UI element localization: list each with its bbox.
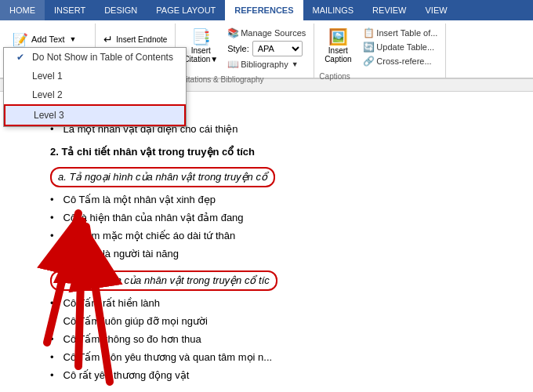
captions-group-label: Captions xyxy=(319,72,350,81)
citations-group: 📑 InsertCitation▼ 📚 Manage Sources Style… xyxy=(176,24,314,78)
dropdown-level3[interactable]: Level 3 xyxy=(4,104,186,126)
insert-caption-button[interactable]: 🖼️ InsertCaption xyxy=(319,25,357,66)
bullet-icon: • xyxy=(50,246,54,263)
ribbon: HOME INSERT DESIGN PAGE LAYOUT REFERENCE… xyxy=(0,0,533,79)
update-table-icon: 🔄 xyxy=(363,42,375,53)
bullet-text-6: Cô Tấm luôn giúp đỡ mọi người xyxy=(63,314,208,330)
check-icon: ✔ xyxy=(16,52,27,63)
insert-endnote-label: Insert Endnote xyxy=(116,35,167,44)
bullet-text-9: Cô rất yêu thương động vật xyxy=(63,368,190,384)
insert-endnote-icon: ↵ xyxy=(103,33,113,45)
add-text-label: Add Text xyxy=(31,34,65,44)
manage-sources-icon: 📚 xyxy=(227,27,239,38)
list-item: • Cô Tấm không so đo hơn thua xyxy=(50,332,483,348)
tab-view[interactable]: VIEW xyxy=(416,0,457,20)
tab-page-layout[interactable]: PAGE LAYOUT xyxy=(147,0,225,20)
insert-table-icon: 📋 xyxy=(363,27,375,38)
cross-ref-icon: 🔗 xyxy=(363,56,375,67)
bullet-text-7: Cô Tấm không so đo hơn thua xyxy=(63,332,201,348)
list-item: • Cô rất yêu thương động vật xyxy=(50,368,483,384)
level2-label: Level 2 xyxy=(32,89,63,100)
bullet-icon: • xyxy=(50,368,54,384)
ribbon-content: 📝 Add Text ▼ ≡ Table of Contents▼ Table … xyxy=(0,20,533,78)
style-dropdown[interactable]: APA MLA Chicago xyxy=(252,41,303,56)
document-area: • La một nhân vật đại diện cho cái thiện… xyxy=(0,92,533,392)
dropdown-level2[interactable]: Level 2 xyxy=(4,85,186,104)
bullet-text-2: Cô là hiện thân của nhân vật đảm đang xyxy=(63,210,244,227)
add-text-dropdown: ✔ Do Not Show in Table of Contents Level… xyxy=(3,47,187,127)
cross-reference-button[interactable]: 🔗 Cross-refere... xyxy=(360,55,441,67)
captions-group: 🖼️ InsertCaption 📋 Insert Table of... 🔄 … xyxy=(314,24,446,78)
bullet-icon: • xyxy=(50,192,54,209)
update-table-button[interactable]: 🔄 Update Table... xyxy=(360,41,441,53)
tab-references[interactable]: REFERENCES xyxy=(225,0,303,20)
bullet-icon: • xyxy=(50,332,54,348)
tab-insert[interactable]: INSERT xyxy=(45,0,95,20)
bullet-icon: • xyxy=(50,314,54,330)
list-item: • Cô Tấm là người tài năng xyxy=(50,246,483,263)
insert-caption-label: InsertCaption xyxy=(325,46,351,64)
insert-citation-icon: 📑 xyxy=(191,27,211,46)
level1-label: Level 1 xyxy=(32,71,63,82)
insert-citation-label: InsertCitation▼ xyxy=(183,46,218,64)
dropdown-level1[interactable]: Level 1 xyxy=(4,67,186,85)
bibliography-label: Bibliography xyxy=(241,60,288,69)
citations-group-label: Citations & Bibliography xyxy=(180,75,263,84)
heading3b: b. Tả tính tình của nhân vật trong truyệ… xyxy=(50,270,277,292)
bibliography-icon: 📖 xyxy=(227,59,239,70)
bullet-icon: • xyxy=(50,210,54,227)
insert-table-button[interactable]: 📋 Insert Table of... xyxy=(360,27,441,39)
heading3b-container: b. Tả tính tình của nhân vật trong truyệ… xyxy=(50,267,483,295)
bullet-text-8: Cô Tấm luôn yêu thương và quan tâm mọi n… xyxy=(63,350,273,366)
insert-table-label: Insert Table of... xyxy=(376,28,437,38)
insert-caption-icon: 🖼️ xyxy=(328,27,348,46)
bullet-icon: • xyxy=(50,350,54,366)
tab-home[interactable]: HOME xyxy=(0,0,45,20)
doc-content: • La một nhân vật đại diện cho cái thiện… xyxy=(31,107,502,392)
bullet-text-1: Cô Tấm là một nhân vật xinh đẹp xyxy=(63,192,216,209)
do-not-show-label: Do Not Show in Table of Contents xyxy=(32,52,173,63)
bullet-text-3: Cô Tấm mặc một chiếc áo dài tứ thân xyxy=(63,228,236,245)
insert-citation-button[interactable]: 📑 InsertCitation▼ xyxy=(180,25,221,66)
tab-bar: HOME INSERT DESIGN PAGE LAYOUT REFERENCE… xyxy=(0,0,533,20)
list-item: • Cô Tấm luôn giúp đỡ mọi người xyxy=(50,314,483,330)
manage-sources-label: Manage Sources xyxy=(241,28,306,38)
heading3a-container: a. Tả ngoại hình của nhân vật trong truy… xyxy=(50,164,483,191)
manage-sources-button[interactable]: 📚 Manage Sources xyxy=(224,27,309,39)
list-item: • Cô là hiện thân của nhân vật đảm đang xyxy=(50,210,483,227)
add-text-icon: 📝 xyxy=(13,32,28,47)
list-item: • Cô Tấm luôn yêu thương và quan tâm mọi… xyxy=(50,350,483,366)
heading3a: a. Tả ngoại hình của nhân vật trong truy… xyxy=(50,167,275,188)
tab-design[interactable]: DESIGN xyxy=(95,0,147,20)
cross-ref-label: Cross-refere... xyxy=(376,56,431,66)
bullet-text-4: Cô Tấm là người tài năng xyxy=(63,246,179,263)
add-text-caret[interactable]: ▼ xyxy=(70,35,77,43)
tab-mailings[interactable]: MAILINGS xyxy=(303,0,364,20)
tab-review[interactable]: REVIEW xyxy=(363,0,415,20)
bibliography-button[interactable]: 📖 Bibliography ▼ xyxy=(224,58,309,71)
list-item: • Cô Tấm là một nhân vật xinh đẹp xyxy=(50,192,483,209)
update-table-label: Update Table... xyxy=(376,42,434,52)
bullet-text-5: Cô Tấm rất hiền lành xyxy=(63,296,160,312)
bullet-icon: • xyxy=(50,296,54,312)
dropdown-do-not-show[interactable]: ✔ Do Not Show in Table of Contents xyxy=(4,48,186,67)
level3-label: Level 3 xyxy=(34,110,64,121)
heading2: 2. Tả chi tiết nhân vật trong truyện cổ … xyxy=(50,144,483,161)
list-item: • Cô Tấm rất hiền lành xyxy=(50,296,483,312)
list-item: • Cô Tấm mặc một chiếc áo dài tứ thân xyxy=(50,228,483,245)
bullet-icon: • xyxy=(50,228,54,245)
style-label: Style: xyxy=(227,44,249,53)
